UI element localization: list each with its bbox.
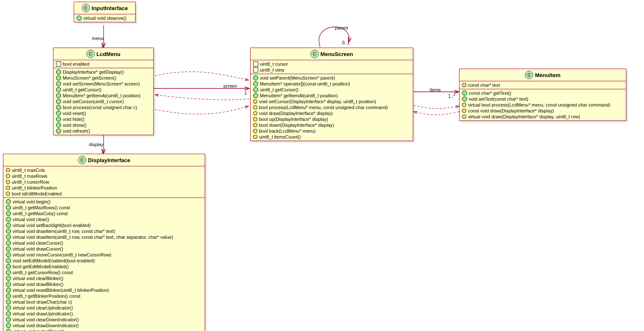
class-icon: C <box>82 4 90 12</box>
member-signature: uint8_t getBlinkerPosition() const <box>13 294 80 299</box>
visibility-public-icon <box>6 252 11 257</box>
member-row: uint8_t view <box>253 67 410 73</box>
rel-label-items: items <box>430 87 441 92</box>
visibility-public-icon <box>253 75 258 80</box>
class-icon: C <box>525 71 533 79</box>
member-signature: bool process(LcdMenu* menu, const unsign… <box>259 105 388 110</box>
visibility-public-icon <box>6 294 11 299</box>
member-row: uint8_t maxRows <box>6 173 202 179</box>
member-row: bool process(LcdMenu* menu, const unsign… <box>253 104 410 110</box>
member-signature: virtual void moveCursor(uint8_t newCurso… <box>13 252 111 257</box>
member-signature: virtual void clear() <box>13 217 49 222</box>
visibility-public-icon <box>56 117 61 122</box>
visibility-protected-icon <box>5 173 11 179</box>
member-row: void reset() <box>56 110 151 116</box>
visibility-protected-icon <box>252 116 258 122</box>
member-signature: virtual void observe() <box>83 16 126 21</box>
member-signature: MenuItem* getItemAt(uint8_t position) <box>63 93 141 98</box>
member-row: const void draw(DisplayInterface* displa… <box>462 108 623 114</box>
visibility-public-icon <box>56 75 61 80</box>
member-row: void setCursor(uint8_t cursor) <box>56 99 151 104</box>
visibility-public-icon <box>6 276 11 281</box>
visibility-public-icon <box>253 87 258 92</box>
member-row: bool isEditModeEnabled <box>6 191 202 197</box>
visibility-public-icon <box>56 123 61 128</box>
rel-mult-screen: 1 <box>244 91 247 96</box>
member-signature: MenuScreen* getScreen() <box>63 75 116 80</box>
visibility-public-icon <box>56 69 61 75</box>
class-lcdmenu: CLcdMenu bool enabled DisplayInterface* … <box>53 48 154 135</box>
member-signature: virtual void drawDownIndicator() <box>13 323 79 328</box>
visibility-public-icon <box>6 329 11 331</box>
member-row: bool getEditModeEnabled() <box>6 264 202 270</box>
member-row: void hide() <box>56 116 151 122</box>
visibility-public-icon <box>6 305 11 310</box>
member-row: virtual void clear() <box>6 216 202 222</box>
member-signature: virtual void drawBlinker() <box>13 282 63 287</box>
class-header: CLcdMenu <box>53 48 153 60</box>
member-signature: virtual void draw(DisplayInterface* disp… <box>468 114 580 119</box>
rel-label-display: display <box>89 142 103 147</box>
member-row: MenuScreen* getScreen() <box>56 75 151 81</box>
visibility-public-icon <box>6 240 11 246</box>
visibility-public-icon <box>6 258 11 263</box>
member-row: virtual void draw(DisplayInterface* disp… <box>462 114 623 120</box>
visibility-protected-icon <box>461 114 467 120</box>
member-row: virtual void drawUpIndicator() <box>6 311 202 317</box>
member-signature: void setParent(MenuScreen* parent) <box>260 75 335 80</box>
member-signature: void show() <box>63 123 86 128</box>
member-signature: void hide() <box>63 117 84 122</box>
member-signature: MenuItem* getItemAt(uint8_t position) <box>260 93 338 98</box>
member-row: virtual void observe() <box>77 15 133 21</box>
visibility-public-icon <box>77 16 82 21</box>
member-signature: void setCursor(uint8_t cursor) <box>63 99 124 104</box>
member-signature: uint8_t getMaxRows() const <box>13 205 70 210</box>
member-signature: void setScreen(MenuScreen* screen) <box>63 81 140 86</box>
member-row: bool up(DisplayInterface* display) <box>253 116 410 122</box>
member-row: bool process(const unsigned char c) <box>56 104 151 110</box>
member-signature: virtual void drawUpIndicator() <box>13 311 73 316</box>
member-row: uint8_t getCursorRow() const <box>6 270 202 275</box>
member-row: uint8_t getCursor() <box>56 87 151 93</box>
visibility-protected-icon <box>461 82 467 88</box>
member-row: void setCursor(DisplayInterface* display… <box>253 99 410 104</box>
member-row: uint8_t getCursor() <box>253 87 410 93</box>
visibility-public-icon <box>56 99 61 104</box>
visibility-public-icon <box>56 128 61 133</box>
visibility-public-icon <box>56 93 61 98</box>
member-signature: void draw(DisplayInterface* display) <box>259 111 333 116</box>
member-signature: void setEditModeEnabled(bool enabled) <box>13 258 95 263</box>
visibility-public-icon <box>6 199 11 204</box>
member-row: void draw(DisplayInterface* display) <box>253 110 410 116</box>
class-menuscreen: CMenuScreen uint8_t cursoruint8_t view v… <box>250 48 413 141</box>
member-row: virtual void drawCursor() <box>6 246 202 252</box>
class-displayinterface: CDisplayInterface uint8_t maxColsuint8_t… <box>3 154 205 331</box>
class-header: CMenuItem <box>460 69 626 81</box>
visibility-public-icon <box>6 323 11 328</box>
class-header: CInputInterface <box>74 2 135 14</box>
visibility-private-icon <box>253 61 258 67</box>
member-signature: virtual bool drawChar(char c) <box>13 299 72 304</box>
class-name: InputInterface <box>92 5 128 11</box>
visibility-public-icon <box>253 93 258 98</box>
rel-label-screen: screen <box>223 83 237 88</box>
member-row: virtual void drawItem(uint8_t row, const… <box>6 234 202 240</box>
member-row: uint8_t itemsCount() <box>253 134 410 140</box>
visibility-protected-icon <box>252 99 258 104</box>
member-row: void show() <box>56 122 151 128</box>
member-signature: const char* text <box>468 83 500 88</box>
visibility-public-icon <box>462 96 467 101</box>
member-row: virtual bool process(LcdMenu* menu, cons… <box>462 102 623 108</box>
member-signature: virtual bool process(LcdMenu* menu, cons… <box>468 102 610 107</box>
member-signature: virtual void setBacklight(bool enabled) <box>13 223 91 228</box>
member-row: uint8_t maxCols <box>6 167 202 173</box>
rel-mult-display: 1 <box>101 149 104 154</box>
member-row: MenuItem* getItemAt(uint8_t position) <box>253 93 410 99</box>
member-signature: bool process(const unsigned char c) <box>63 105 137 110</box>
member-signature: bool back(LcdMenu* menu) <box>259 128 316 133</box>
member-row: virtual bool drawChar(char c) <box>6 299 202 305</box>
visibility-public-icon <box>6 288 11 293</box>
member-row: uint8_t cursorRow <box>6 179 202 185</box>
visibility-public-icon <box>56 111 61 116</box>
member-row: MenuItem* operator[](const uint8_t posit… <box>253 81 410 87</box>
